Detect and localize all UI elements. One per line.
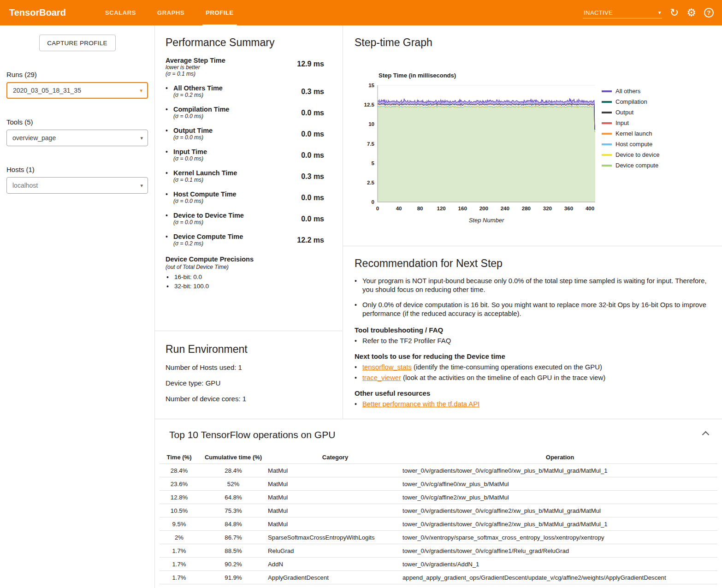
graph-column: Step-time Graph Step Time (in millisecon… bbox=[343, 25, 722, 419]
table-row: 1.7%88.5%ReluGradtower_0/v/gradients/tow… bbox=[160, 544, 717, 558]
faq-item: • Refer to the TF2 Profiler FAQ bbox=[355, 337, 710, 344]
metric-sigma: (σ = 0.2 ms) bbox=[173, 240, 243, 247]
next-tool-item-text: trace_viewer (look at the activities on … bbox=[362, 374, 605, 381]
recommendation-text: Only 0.0% of device computation is 16 bi… bbox=[362, 301, 710, 318]
table-row: 10.5%75.3%MatMultower_0/v/gradients/towe… bbox=[160, 504, 717, 517]
hosts-dropdown-value: localhost bbox=[12, 182, 38, 189]
bullet-icon: • bbox=[355, 374, 362, 381]
metric-label: Input Time bbox=[173, 148, 207, 155]
runs-dropdown[interactable]: 2020_03_05_18_31_35 ▾ bbox=[6, 82, 148, 99]
time-cell: 23.6% bbox=[160, 481, 199, 487]
run-environment-line: Number of device cores: 1 bbox=[166, 395, 332, 403]
metric-text: Kernel Launch Time(σ = 0.1 ms) bbox=[173, 169, 237, 183]
refresh-icon[interactable]: ↻ bbox=[670, 7, 679, 18]
metric-note: lower is better bbox=[166, 64, 225, 71]
time-cell: 1.7% bbox=[160, 574, 199, 581]
recommendation-bullet: •Only 0.0% of device computation is 16 b… bbox=[355, 301, 710, 318]
tools-dropdown[interactable]: overview_page ▾ bbox=[6, 130, 148, 146]
bullet-icon: • bbox=[166, 106, 173, 119]
metric-text: Compilation Time(σ = 0.0 ms) bbox=[173, 106, 229, 119]
content-area: Performance Summary Average Step Time lo… bbox=[154, 25, 722, 588]
svg-text:160: 160 bbox=[458, 206, 467, 211]
svg-text:15: 15 bbox=[368, 83, 374, 88]
faq-item-text: Refer to the TF2 Profiler FAQ bbox=[362, 337, 451, 344]
svg-text:320: 320 bbox=[543, 206, 552, 211]
precisions-title: Device Compute Precisions bbox=[166, 255, 324, 263]
operation-cell: tower_0/v/cg/affine2/xw_plus_b/MatMul bbox=[402, 494, 717, 501]
runs-label: Runs (29) bbox=[6, 71, 148, 78]
tools-label: Tools (5) bbox=[6, 118, 148, 126]
column-header: Cumulative time (%) bbox=[199, 454, 268, 461]
legend-item: Host compute bbox=[602, 141, 659, 148]
perf-summary-item: •Kernel Launch Time(σ = 0.1 ms)0.3 ms bbox=[166, 169, 324, 183]
metric-sigma: (σ = 0.0 ms) bbox=[173, 134, 213, 141]
svg-text:360: 360 bbox=[564, 206, 573, 211]
next-tool-item-link[interactable]: trace_viewer bbox=[362, 374, 401, 381]
cumulative-cell: 91.9% bbox=[199, 574, 268, 581]
next-tools-list: •tensorflow_stats (identify the time-con… bbox=[355, 363, 710, 381]
metric-sigma: (σ = 0.2 ms) bbox=[173, 92, 223, 98]
legend-label: Host compute bbox=[615, 141, 652, 148]
legend-swatch bbox=[602, 122, 612, 124]
tab-profile[interactable]: PROFILE bbox=[195, 0, 244, 25]
time-cell: 2% bbox=[160, 534, 199, 541]
metric-value: 0.3 ms bbox=[301, 84, 324, 98]
svg-text:120: 120 bbox=[437, 206, 446, 211]
svg-text:5: 5 bbox=[372, 160, 375, 166]
tab-scalars[interactable]: SCALARS bbox=[95, 0, 147, 25]
gear-icon[interactable]: ⚙ bbox=[686, 7, 696, 18]
table-row: 1.7%91.9%ApplyGradientDescentappend_appl… bbox=[160, 571, 717, 584]
bullet-icon: • bbox=[355, 400, 362, 408]
svg-text:80: 80 bbox=[417, 206, 423, 211]
hosts-field: Hosts (1) localhost ▾ bbox=[6, 166, 148, 194]
chart-legend: All othersCompilationOutputInputKernel l… bbox=[602, 88, 659, 226]
table-header-row: Time (%)Cumulative time (%)CategoryOpera… bbox=[160, 451, 717, 464]
chevron-down-icon: ▾ bbox=[140, 183, 143, 189]
step-time-graph-title: Step-time Graph bbox=[355, 36, 710, 49]
table-row: 12.8%64.8%MatMultower_0/v/cg/affine2/xw_… bbox=[160, 491, 717, 504]
tools-field: Tools (5) overview_page ▾ bbox=[6, 118, 148, 146]
help-icon[interactable]: ? bbox=[704, 8, 714, 18]
metric-label: All Others Time bbox=[173, 84, 223, 92]
perf-summary-item: •Compilation Time(σ = 0.0 ms)0.0 ms bbox=[166, 106, 324, 119]
next-tool-item: •trace_viewer (look at the activities on… bbox=[355, 374, 710, 381]
precision-item: •32-bit: 100.0 bbox=[166, 283, 324, 290]
perf-summary-item: •Input Time(σ = 0.0 ms)0.0 ms bbox=[166, 148, 324, 162]
legend-label: Kernel launch bbox=[615, 130, 652, 137]
legend-swatch bbox=[602, 143, 612, 145]
metric-label: Host Compute Time bbox=[173, 190, 237, 198]
operation-cell: tower_0/v/gradients/tower_0/v/cg/affine2… bbox=[402, 521, 717, 528]
resource-item-text: Better performance with the tf.data API bbox=[362, 400, 479, 408]
svg-text:7.5: 7.5 bbox=[367, 141, 375, 147]
perf-summary-item: •All Others Time(σ = 0.2 ms)0.3 ms bbox=[166, 84, 324, 98]
category-cell: MatMul bbox=[268, 507, 402, 514]
tab-graphs[interactable]: GRAPHS bbox=[147, 0, 195, 25]
recommendation-bullets: •Your program is NOT input-bound because… bbox=[355, 277, 710, 318]
bullet-icon: • bbox=[166, 84, 173, 98]
svg-text:12.5: 12.5 bbox=[364, 102, 375, 107]
next-tool-item-text: tensorflow_stats (identify the time-cons… bbox=[362, 363, 602, 371]
column-header: Category bbox=[268, 454, 402, 461]
hosts-dropdown[interactable]: localhost ▾ bbox=[6, 177, 148, 194]
metric-sigma: (σ = 0.0 ms) bbox=[173, 113, 229, 119]
bullet-icon: • bbox=[355, 337, 362, 344]
capture-profile-button[interactable]: CAPTURE PROFILE bbox=[39, 35, 116, 51]
category-cell: ApplyGradientDescent bbox=[268, 574, 402, 581]
legend-item: Input bbox=[602, 119, 659, 126]
top-bar-actions: INACTIVE ▾ ↻ ⚙ ? bbox=[583, 0, 714, 25]
metric-label: Device Compute Time bbox=[173, 233, 243, 240]
resource-item-link[interactable]: Better performance with the tf.data API bbox=[362, 400, 479, 408]
cumulative-cell: 28.4% bbox=[199, 467, 268, 474]
legend-swatch bbox=[602, 101, 612, 103]
category-cell: MatMul bbox=[268, 494, 402, 501]
status-dropdown[interactable]: INACTIVE ▾ bbox=[583, 7, 662, 18]
category-cell: ReluGrad bbox=[268, 547, 402, 554]
legend-label: Device compute bbox=[615, 162, 658, 169]
status-dropdown-value: INACTIVE bbox=[584, 9, 613, 16]
chevron-down-icon: ▾ bbox=[658, 9, 661, 16]
next-tools-heading: Next tools to use for reducing the Devic… bbox=[355, 352, 710, 360]
operation-cell: tower_0/v/gradients/AddN_1 bbox=[402, 561, 717, 568]
run-environment-line: Number of Hosts used: 1 bbox=[166, 363, 332, 371]
cumulative-cell: 84.8% bbox=[199, 521, 268, 528]
next-tool-item-link[interactable]: tensorflow_stats bbox=[362, 363, 412, 371]
